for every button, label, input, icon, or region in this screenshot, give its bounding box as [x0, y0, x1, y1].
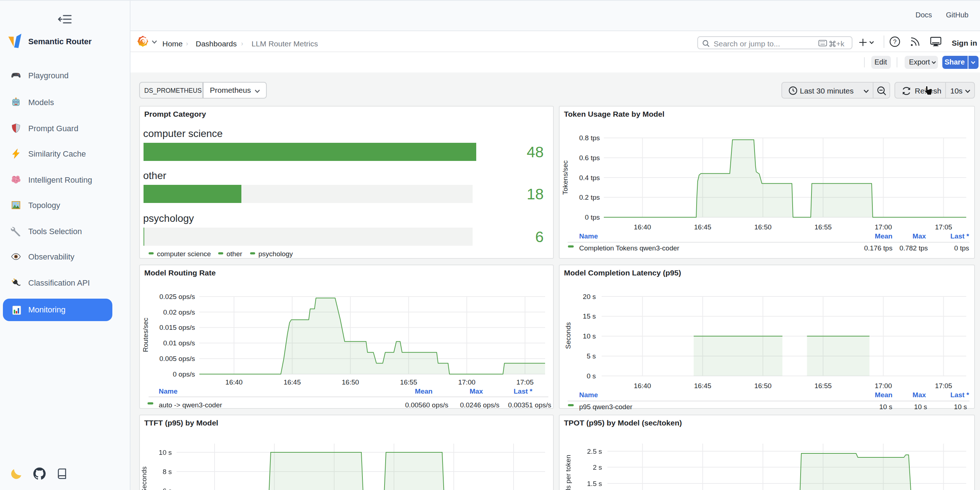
- svg-text:Mean: Mean: [415, 387, 433, 395]
- svg-text:Mean: Mean: [875, 232, 892, 240]
- svg-text:?: ?: [893, 38, 896, 45]
- svg-text:Seconds: Seconds: [140, 466, 148, 490]
- svg-text:1.5 s: 1.5 s: [587, 480, 602, 487]
- svg-text:Mean: Mean: [875, 391, 892, 398]
- svg-text:0.00560 ops/s: 0.00560 ops/s: [405, 401, 448, 409]
- svg-text:Max: Max: [913, 391, 926, 398]
- svg-text:8 s: 8 s: [163, 468, 172, 476]
- svg-text:0.0246 ops/s: 0.0246 ops/s: [460, 401, 500, 409]
- svg-text:Completion Tokens qwen3-coder: Completion Tokens qwen3-coder: [579, 244, 679, 252]
- svg-text:p95 qwen3-coder: p95 qwen3-coder: [579, 402, 632, 410]
- svg-text:Last *: Last *: [950, 391, 969, 398]
- svg-text:10 s: 10 s: [879, 402, 892, 410]
- svg-text:0.00351 ops/s: 0.00351 ops/s: [508, 401, 551, 409]
- svg-text:10 s: 10 s: [159, 449, 172, 456]
- svg-text:10 s: 10 s: [954, 402, 967, 410]
- svg-text:Max: Max: [913, 232, 926, 240]
- svg-text:Last *: Last *: [950, 232, 969, 240]
- svg-text:Name: Name: [579, 391, 598, 398]
- svg-text:Max: Max: [470, 387, 483, 395]
- svg-text:Last *: Last *: [514, 387, 532, 395]
- svg-text:Name: Name: [579, 232, 598, 240]
- svg-text:2.5 s: 2.5 s: [587, 448, 602, 455]
- svg-text:10 s: 10 s: [914, 402, 927, 410]
- svg-text:other: other: [226, 250, 242, 258]
- svg-text:auto -> qwen3-coder: auto -> qwen3-coder: [159, 401, 222, 409]
- svg-text:6 s: 6 s: [163, 487, 172, 490]
- svg-text:0.176 tps: 0.176 tps: [864, 244, 892, 252]
- svg-text:0 tps: 0 tps: [954, 244, 969, 252]
- svg-text:0.782 tps: 0.782 tps: [900, 244, 928, 252]
- svg-text:psychology: psychology: [258, 250, 293, 258]
- svg-text:Name: Name: [159, 387, 178, 395]
- svg-text:computer science: computer science: [157, 250, 211, 258]
- svg-text:2 s: 2 s: [593, 463, 602, 471]
- svg-text:Seconds per token: Seconds per token: [564, 455, 572, 490]
